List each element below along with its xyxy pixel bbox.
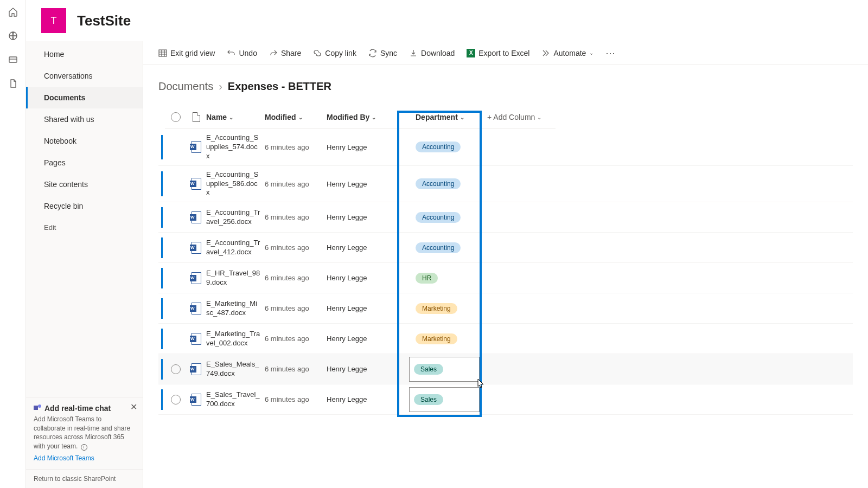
more-button[interactable]: ⋯: [605, 48, 616, 58]
department-cell[interactable]: Accounting: [404, 242, 482, 253]
table-row[interactable]: E_Sales_Meals_749.docx6 minutes agoHenry…: [158, 354, 853, 384]
chevron-down-icon: ⌄: [537, 114, 541, 120]
chevron-down-icon: ⌄: [372, 114, 376, 120]
site-logo[interactable]: T: [41, 8, 66, 33]
department-edit-box[interactable]: Sales: [409, 357, 480, 382]
modified-by-value: Henry Legge: [323, 365, 404, 373]
department-cell[interactable]: Accounting: [404, 142, 482, 152]
table-row[interactable]: E_Marketing_Misc_487.docx6 minutes agoHe…: [158, 293, 853, 324]
modified-value: 6 minutes ago: [265, 274, 323, 282]
table-row[interactable]: E_HR_Travel_989.docx6 minutes agoHenry L…: [158, 263, 853, 293]
modified-by-column-header[interactable]: Modified By⌄: [323, 113, 404, 121]
department-pill: Marketing: [416, 333, 457, 344]
file-name[interactable]: E_Accounting_Supplies_574.docx: [206, 129, 265, 165]
sidebar-edit[interactable]: Edit: [26, 217, 143, 238]
sidebar-item-home[interactable]: Home: [26, 43, 143, 65]
undo-button[interactable]: Undo: [227, 49, 257, 57]
modified-value: 6 minutes ago: [265, 365, 323, 373]
department-cell[interactable]: Marketing: [404, 303, 482, 314]
sidebar-item-pages[interactable]: Pages: [26, 152, 143, 174]
card-icon[interactable]: [8, 54, 18, 65]
name-column-header[interactable]: Name⌄: [206, 113, 265, 121]
row-select[interactable]: [165, 395, 187, 404]
svg-rect-1: [9, 57, 17, 62]
promo-body: Add Microsoft Teams to collaborate in re…: [34, 415, 135, 451]
table-row[interactable]: E_Accounting_Supplies_574.docx6 minutes …: [158, 129, 853, 166]
chevron-down-icon: ⌄: [460, 114, 464, 120]
breadcrumb: Documents › Expenses - BETTER: [158, 80, 853, 93]
department-cell[interactable]: Sales: [404, 357, 482, 382]
automate-button[interactable]: Automate ⌄: [541, 49, 593, 57]
department-pill: Accounting: [416, 142, 461, 152]
modified-value: 6 minutes ago: [265, 213, 323, 221]
department-cell[interactable]: HR: [404, 273, 482, 284]
department-pill: HR: [416, 273, 438, 284]
department-pill: Sales: [414, 394, 443, 405]
modified-column-header[interactable]: Modified⌄: [265, 113, 323, 121]
sidebar-item-notebook[interactable]: Notebook: [26, 130, 143, 152]
file-name[interactable]: E_Accounting_Travel_412.docx: [206, 234, 265, 261]
file-name[interactable]: E_Marketing_Travel_002.docx: [206, 325, 265, 352]
department-cell[interactable]: Sales: [404, 387, 482, 412]
file-type-icon: [187, 363, 206, 375]
file-icon[interactable]: [8, 78, 18, 89]
share-button[interactable]: Share: [269, 49, 301, 57]
info-icon[interactable]: i: [81, 444, 87, 451]
file-name[interactable]: E_Marketing_Misc_487.docx: [206, 295, 265, 322]
table-row[interactable]: E_Accounting_Travel_256.docx6 minutes ag…: [158, 202, 853, 233]
file-name[interactable]: E_Accounting_Travel_256.docx: [206, 204, 265, 231]
file-name[interactable]: E_HR_Travel_989.docx: [206, 265, 265, 292]
type-column-header[interactable]: [187, 112, 206, 122]
breadcrumb-root[interactable]: Documents: [158, 80, 213, 93]
modified-by-value: Henry Legge: [323, 213, 404, 221]
sync-button[interactable]: Sync: [368, 49, 397, 57]
select-all[interactable]: [165, 112, 187, 122]
home-icon[interactable]: [8, 7, 18, 17]
table-row[interactable]: E_Marketing_Travel_002.docx6 minutes ago…: [158, 324, 853, 354]
document-table: Name⌄ Modified⌄ Modified By⌄ Department⌄…: [158, 106, 853, 415]
department-cell[interactable]: Marketing: [404, 333, 482, 344]
modified-value: 6 minutes ago: [265, 395, 323, 403]
command-bar: Exit grid view Undo Share Copy link Sync…: [143, 41, 868, 65]
department-edit-box[interactable]: Sales: [409, 387, 480, 412]
teams-icon: [34, 404, 41, 412]
download-button[interactable]: Download: [409, 49, 455, 57]
sidebar-item-conversations[interactable]: Conversations: [26, 65, 143, 87]
table-row[interactable]: E_Accounting_Travel_412.docx6 minutes ag…: [158, 233, 853, 263]
sidebar-item-documents[interactable]: Documents: [26, 87, 143, 108]
row-select[interactable]: [165, 364, 187, 374]
file-name[interactable]: E_Sales_Travel_700.docx: [206, 386, 265, 413]
modified-by-value: Henry Legge: [323, 180, 404, 188]
main-content: Documents › Expenses - BETTER Name⌄ Modi…: [143, 65, 868, 488]
department-cell[interactable]: Accounting: [404, 178, 482, 189]
svg-rect-2: [159, 50, 167, 56]
department-column-header[interactable]: Department⌄: [404, 113, 482, 121]
close-icon[interactable]: ✕: [130, 402, 137, 412]
file-name[interactable]: E_Sales_Meals_749.docx: [206, 356, 265, 383]
department-pill: Marketing: [416, 303, 457, 314]
add-column-button[interactable]: + Add Column⌄: [482, 113, 552, 121]
side-nav: HomeConversationsDocumentsShared with us…: [26, 41, 143, 488]
sidebar-item-shared-with-us[interactable]: Shared with us: [26, 108, 143, 130]
promo-link[interactable]: Add Microsoft Teams: [34, 454, 94, 462]
chevron-down-icon: ⌄: [589, 50, 593, 56]
chevron-down-icon: ⌄: [229, 114, 233, 120]
globe-icon[interactable]: [8, 30, 18, 41]
breadcrumb-current: Expenses - BETTER: [228, 80, 331, 93]
exit-grid-button[interactable]: Exit grid view: [158, 49, 215, 57]
table-row[interactable]: E_Accounting_Supplies_586.docx6 minutes …: [158, 166, 853, 203]
table-row[interactable]: E_Sales_Travel_700.docx6 minutes agoHenr…: [158, 384, 853, 415]
file-type-icon: [187, 141, 206, 153]
file-name[interactable]: E_Accounting_Supplies_586.docx: [206, 166, 265, 202]
sidebar-item-site-contents[interactable]: Site contents: [26, 174, 143, 195]
department-cell[interactable]: Accounting: [404, 212, 482, 223]
sidebar-item-recycle-bin[interactable]: Recycle bin: [26, 195, 143, 217]
modified-value: 6 minutes ago: [265, 180, 323, 188]
export-excel-button[interactable]: X Export to Excel: [467, 49, 529, 57]
modified-by-value: Henry Legge: [323, 304, 404, 312]
copy-link-button[interactable]: Copy link: [313, 49, 356, 57]
modified-value: 6 minutes ago: [265, 143, 323, 151]
return-classic-link[interactable]: Return to classic SharePoint: [26, 469, 143, 488]
file-type-icon: [187, 303, 206, 314]
modified-by-value: Henry Legge: [323, 243, 404, 252]
